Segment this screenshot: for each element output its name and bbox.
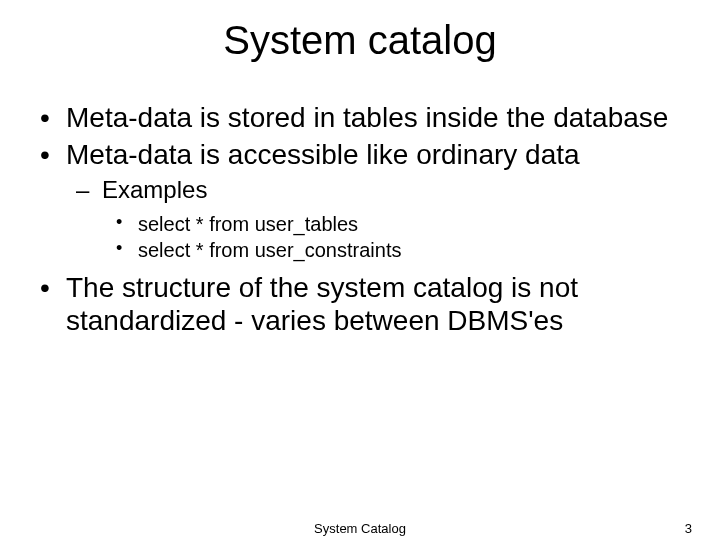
bullet-example: select * from user_tables	[136, 211, 686, 237]
slide-body: Meta-data is stored in tables inside the…	[0, 101, 720, 337]
bullet-subitem: Examples select * from user_tables selec…	[100, 175, 686, 263]
footer-title: System Catalog	[0, 521, 720, 536]
bullet-list-level3: select * from user_tables select * from …	[102, 211, 686, 263]
page-number: 3	[685, 521, 692, 536]
slide: System catalog Meta-data is stored in ta…	[0, 18, 720, 540]
bullet-item: Meta-data is stored in tables inside the…	[62, 101, 686, 134]
slide-title: System catalog	[0, 18, 720, 63]
bullet-item: Meta-data is accessible like ordinary da…	[62, 138, 686, 263]
bullet-text: Examples	[102, 176, 207, 203]
bullet-text: Meta-data is accessible like ordinary da…	[66, 139, 580, 170]
bullet-example: select * from user_constraints	[136, 237, 686, 263]
bullet-list-level1: Meta-data is stored in tables inside the…	[34, 101, 686, 337]
bullet-item: The structure of the system catalog is n…	[62, 271, 686, 337]
bullet-list-level2: Examples select * from user_tables selec…	[66, 175, 686, 263]
